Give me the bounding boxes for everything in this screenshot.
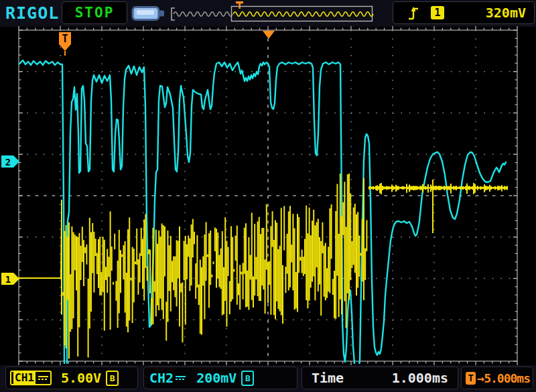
ch1-scale-value: 5.00V bbox=[61, 370, 101, 386]
ch1-bandwidth-badge: B bbox=[106, 371, 119, 386]
top-status-bar: RIGOL STOP 1 320mV bbox=[0, 0, 536, 27]
run-state-label: STOP bbox=[75, 5, 115, 21]
trigger-offset-box: T →5.000ms bbox=[461, 367, 533, 389]
ch2-status-box: CH2 200mV B bbox=[143, 367, 297, 389]
ch1-label: CH1 bbox=[13, 372, 36, 384]
timebase-status-box: Time 1.000ms bbox=[302, 367, 458, 389]
trigger-offset-badge: T bbox=[466, 372, 476, 385]
svg-text:2: 2 bbox=[5, 157, 11, 168]
svg-text:T: T bbox=[62, 33, 68, 45]
oscilloscope-screen: RIGOL STOP 1 320mV T21 CH1 bbox=[0, 0, 536, 392]
trigger-source-badge: 1 bbox=[431, 6, 444, 19]
bottom-status-bar: CH1 5.00V B CH2 200mV B Time 1.000ms T →… bbox=[0, 364, 536, 392]
ch1-coupling-icon bbox=[38, 376, 48, 380]
ch2-scale-value: 200mV bbox=[196, 370, 237, 386]
ch2-label: CH2 bbox=[149, 370, 174, 386]
timebase-label: Time bbox=[312, 370, 344, 386]
ch1-status-box: CH1 5.00V B bbox=[5, 367, 138, 389]
trigger-level-value: 320mV bbox=[486, 5, 526, 21]
svg-text:1: 1 bbox=[5, 274, 11, 285]
trigger-status-box: 1 320mV bbox=[393, 1, 535, 24]
run-state-indicator: STOP bbox=[62, 1, 127, 24]
timebase-value: 1.000ms bbox=[392, 370, 448, 386]
rising-edge-icon bbox=[407, 5, 420, 21]
trigger-offset-value: →5.000ms bbox=[477, 371, 530, 385]
memory-waveform-strip bbox=[169, 1, 378, 25]
brand-logo: RIGOL bbox=[5, 3, 59, 23]
ch2-bandwidth-badge: B bbox=[241, 371, 254, 386]
waveform-display: T21 bbox=[0, 0, 536, 392]
memory-strip-graphic bbox=[169, 1, 378, 25]
ch1-badge: CH1 bbox=[10, 371, 52, 385]
ch2-coupling-icon bbox=[176, 376, 186, 380]
battery-icon bbox=[131, 5, 166, 22]
